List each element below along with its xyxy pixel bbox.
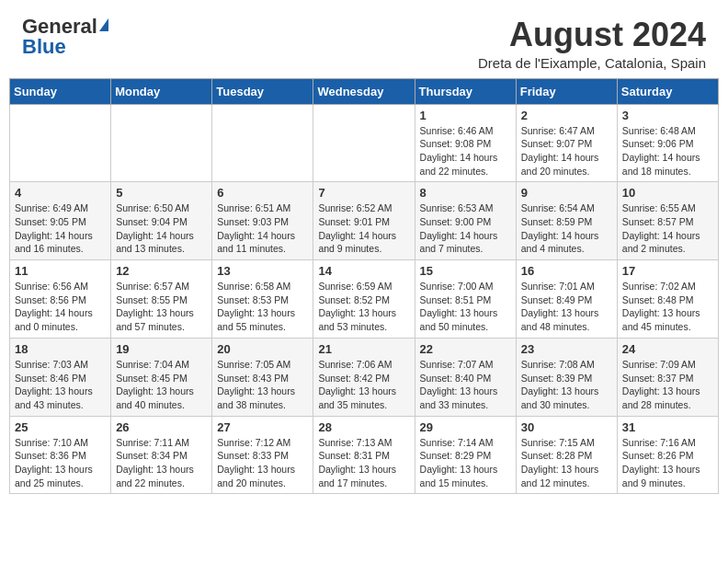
- day-info: Sunrise: 6:49 AM Sunset: 9:05 PM Dayligh…: [15, 201, 106, 256]
- calendar-day-cell: 24Sunrise: 7:09 AM Sunset: 8:37 PM Dayli…: [617, 338, 718, 416]
- day-info: Sunrise: 6:47 AM Sunset: 9:07 PM Dayligh…: [521, 124, 612, 178]
- day-number: 1: [420, 109, 511, 122]
- day-number: 21: [318, 342, 409, 356]
- weekday-header-friday: Friday: [516, 78, 617, 104]
- weekday-header-sunday: Sunday: [10, 78, 111, 104]
- day-number: 28: [318, 420, 409, 434]
- day-number: 22: [420, 342, 511, 356]
- weekday-header-wednesday: Wednesday: [313, 78, 415, 104]
- page-header: General Blue August 2024 Dreta de l'Eixa…: [0, 0, 728, 78]
- logo-general-text: General: [22, 17, 97, 37]
- day-info: Sunrise: 7:08 AM Sunset: 8:39 PM Dayligh…: [521, 358, 612, 412]
- calendar-day-cell: 4Sunrise: 6:49 AM Sunset: 9:05 PM Daylig…: [10, 182, 111, 260]
- weekday-header-tuesday: Tuesday: [212, 78, 313, 104]
- day-info: Sunrise: 6:57 AM Sunset: 8:55 PM Dayligh…: [116, 280, 207, 334]
- logo-blue-text: Blue: [22, 37, 66, 57]
- calendar-day-cell: 28Sunrise: 7:13 AM Sunset: 8:31 PM Dayli…: [313, 416, 415, 494]
- day-info: Sunrise: 7:15 AM Sunset: 8:28 PM Dayligh…: [521, 436, 612, 490]
- day-number: 15: [420, 264, 511, 278]
- calendar-day-cell: 14Sunrise: 6:59 AM Sunset: 8:52 PM Dayli…: [313, 260, 415, 339]
- day-number: 30: [521, 420, 612, 434]
- day-number: 7: [318, 186, 409, 200]
- weekday-header-saturday: Saturday: [617, 78, 718, 104]
- calendar-day-cell: 6Sunrise: 6:51 AM Sunset: 9:03 PM Daylig…: [212, 182, 313, 260]
- day-number: 20: [217, 342, 308, 356]
- day-info: Sunrise: 7:03 AM Sunset: 8:46 PM Dayligh…: [15, 358, 106, 412]
- calendar-day-cell: [212, 104, 313, 182]
- calendar-day-cell: 7Sunrise: 6:52 AM Sunset: 9:01 PM Daylig…: [313, 182, 415, 260]
- calendar-day-cell: 5Sunrise: 6:50 AM Sunset: 9:04 PM Daylig…: [111, 182, 212, 260]
- calendar-day-cell: 31Sunrise: 7:16 AM Sunset: 8:26 PM Dayli…: [617, 416, 718, 494]
- day-info: Sunrise: 7:12 AM Sunset: 8:33 PM Dayligh…: [217, 436, 308, 490]
- day-number: 24: [622, 342, 713, 356]
- title-area: August 2024 Dreta de l'Eixample, Catalon…: [478, 17, 706, 71]
- calendar-day-cell: 17Sunrise: 7:02 AM Sunset: 8:48 PM Dayli…: [617, 260, 718, 339]
- day-info: Sunrise: 7:02 AM Sunset: 8:48 PM Dayligh…: [622, 280, 713, 334]
- calendar-week-row: 1Sunrise: 6:46 AM Sunset: 9:08 PM Daylig…: [10, 104, 719, 182]
- day-info: Sunrise: 7:01 AM Sunset: 8:49 PM Dayligh…: [521, 280, 612, 334]
- day-number: 25: [15, 420, 106, 434]
- day-info: Sunrise: 7:06 AM Sunset: 8:42 PM Dayligh…: [318, 358, 409, 412]
- day-info: Sunrise: 7:04 AM Sunset: 8:45 PM Dayligh…: [116, 358, 207, 412]
- day-number: 4: [15, 186, 106, 200]
- calendar-week-row: 25Sunrise: 7:10 AM Sunset: 8:36 PM Dayli…: [10, 416, 719, 494]
- day-info: Sunrise: 6:51 AM Sunset: 9:03 PM Dayligh…: [217, 201, 308, 256]
- logo-triangle-icon: [99, 18, 108, 31]
- day-number: 2: [521, 109, 612, 122]
- day-info: Sunrise: 7:13 AM Sunset: 8:31 PM Dayligh…: [318, 436, 409, 490]
- calendar-day-cell: 2Sunrise: 6:47 AM Sunset: 9:07 PM Daylig…: [516, 104, 617, 182]
- calendar-day-cell: 20Sunrise: 7:05 AM Sunset: 8:43 PM Dayli…: [212, 338, 313, 416]
- calendar-day-cell: 19Sunrise: 7:04 AM Sunset: 8:45 PM Dayli…: [111, 338, 212, 416]
- day-info: Sunrise: 6:52 AM Sunset: 9:01 PM Dayligh…: [318, 201, 409, 256]
- day-number: 26: [116, 420, 207, 434]
- day-number: 18: [15, 342, 106, 356]
- calendar-day-cell: 21Sunrise: 7:06 AM Sunset: 8:42 PM Dayli…: [313, 338, 415, 416]
- weekday-header-row: SundayMondayTuesdayWednesdayThursdayFrid…: [10, 78, 719, 104]
- day-number: 14: [318, 264, 409, 278]
- calendar-day-cell: 13Sunrise: 6:58 AM Sunset: 8:53 PM Dayli…: [212, 260, 313, 339]
- day-info: Sunrise: 6:55 AM Sunset: 8:57 PM Dayligh…: [622, 201, 713, 256]
- day-info: Sunrise: 7:11 AM Sunset: 8:34 PM Dayligh…: [116, 436, 207, 490]
- day-info: Sunrise: 7:07 AM Sunset: 8:40 PM Dayligh…: [420, 358, 511, 412]
- day-info: Sunrise: 7:05 AM Sunset: 8:43 PM Dayligh…: [217, 358, 308, 412]
- day-number: 11: [15, 264, 106, 278]
- calendar-day-cell: 16Sunrise: 7:01 AM Sunset: 8:49 PM Dayli…: [516, 260, 617, 339]
- day-info: Sunrise: 7:10 AM Sunset: 8:36 PM Dayligh…: [15, 436, 106, 490]
- day-number: 27: [217, 420, 308, 434]
- calendar-body: 1Sunrise: 6:46 AM Sunset: 9:08 PM Daylig…: [10, 104, 719, 494]
- day-info: Sunrise: 6:53 AM Sunset: 9:00 PM Dayligh…: [420, 201, 511, 256]
- calendar-day-cell: 25Sunrise: 7:10 AM Sunset: 8:36 PM Dayli…: [10, 416, 111, 494]
- calendar-table: SundayMondayTuesdayWednesdayThursdayFrid…: [9, 78, 719, 495]
- weekday-header-monday: Monday: [111, 78, 212, 104]
- calendar-week-row: 11Sunrise: 6:56 AM Sunset: 8:56 PM Dayli…: [10, 260, 719, 339]
- day-number: 5: [116, 186, 207, 200]
- day-number: 8: [420, 186, 511, 200]
- calendar-day-cell: 1Sunrise: 6:46 AM Sunset: 9:08 PM Daylig…: [415, 104, 516, 182]
- day-info: Sunrise: 6:59 AM Sunset: 8:52 PM Dayligh…: [318, 280, 409, 334]
- logo: General Blue: [22, 17, 108, 57]
- calendar-day-cell: 12Sunrise: 6:57 AM Sunset: 8:55 PM Dayli…: [111, 260, 212, 339]
- day-number: 31: [622, 420, 713, 434]
- weekday-header-thursday: Thursday: [415, 78, 516, 104]
- calendar-day-cell: 15Sunrise: 7:00 AM Sunset: 8:51 PM Dayli…: [415, 260, 516, 339]
- calendar-day-cell: 10Sunrise: 6:55 AM Sunset: 8:57 PM Dayli…: [617, 182, 718, 260]
- day-number: 6: [217, 186, 308, 200]
- day-number: 17: [622, 264, 713, 278]
- day-number: 29: [420, 420, 511, 434]
- calendar-day-cell: 27Sunrise: 7:12 AM Sunset: 8:33 PM Dayli…: [212, 416, 313, 494]
- calendar-week-row: 4Sunrise: 6:49 AM Sunset: 9:05 PM Daylig…: [10, 182, 719, 260]
- calendar-day-cell: [111, 104, 212, 182]
- day-info: Sunrise: 6:54 AM Sunset: 8:59 PM Dayligh…: [521, 201, 612, 256]
- calendar-day-cell: 8Sunrise: 6:53 AM Sunset: 9:00 PM Daylig…: [415, 182, 516, 260]
- calendar-day-cell: 22Sunrise: 7:07 AM Sunset: 8:40 PM Dayli…: [415, 338, 516, 416]
- calendar-day-cell: 9Sunrise: 6:54 AM Sunset: 8:59 PM Daylig…: [516, 182, 617, 260]
- calendar-header: SundayMondayTuesdayWednesdayThursdayFrid…: [10, 78, 719, 104]
- day-info: Sunrise: 7:16 AM Sunset: 8:26 PM Dayligh…: [622, 436, 713, 490]
- day-info: Sunrise: 6:48 AM Sunset: 9:06 PM Dayligh…: [622, 124, 713, 178]
- calendar-day-cell: 26Sunrise: 7:11 AM Sunset: 8:34 PM Dayli…: [111, 416, 212, 494]
- calendar-day-cell: 29Sunrise: 7:14 AM Sunset: 8:29 PM Dayli…: [415, 416, 516, 494]
- location-subtitle: Dreta de l'Eixample, Catalonia, Spain: [478, 55, 706, 71]
- day-info: Sunrise: 7:09 AM Sunset: 8:37 PM Dayligh…: [622, 358, 713, 412]
- day-number: 23: [521, 342, 612, 356]
- day-number: 12: [116, 264, 207, 278]
